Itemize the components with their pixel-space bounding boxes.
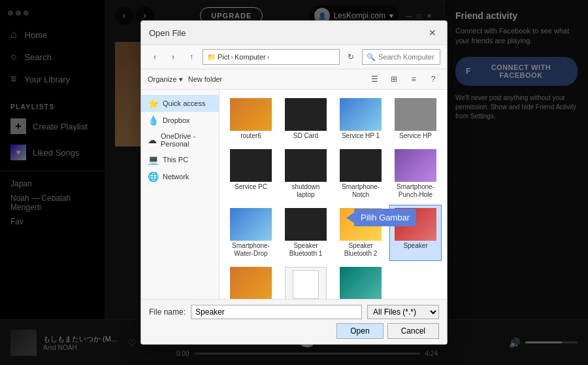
view-list-button[interactable]: ☰ (367, 72, 382, 86)
file-item-service-pc[interactable]: Service PC (225, 146, 277, 202)
onedrive-label: OneDrive - Personal (161, 132, 212, 148)
file-thumbnail (395, 149, 436, 182)
file-item-smartphone-punch-hole[interactable]: Smartphone-Punch-Hole (389, 146, 442, 202)
file-name-label: shutdown laptop (283, 183, 329, 199)
file-item-file15[interactable]: file15 (335, 264, 387, 299)
network-icon: 🌐 (148, 171, 159, 182)
file-item-speaker-bluetooth-1[interactable]: Speaker Bluetooth 1 (280, 205, 332, 261)
onedrive-icon: ☁ (148, 135, 157, 145)
dialog-titlebar: Open File ✕ (141, 21, 447, 45)
dialog-title: Open File (149, 28, 186, 38)
quick-access-label: Quick access (163, 99, 205, 107)
sidebar-quick-access[interactable]: ⭐ Quick access (141, 95, 219, 112)
file-name-label: Service PC (235, 183, 267, 191)
open-button[interactable]: Open (336, 323, 383, 339)
file-name-label: SD Card (293, 132, 318, 140)
search-box: 🔍 (362, 49, 440, 65)
this-pc-icon: 💻 (148, 154, 159, 165)
file-thumbnail (230, 208, 272, 241)
file-item-smartphone-notch[interactable]: Smartphone-Notch (335, 146, 387, 202)
file-item-file14[interactable]: file14 (280, 264, 332, 299)
tooltip-arrow (346, 213, 354, 223)
this-pc-label: This PC (163, 156, 188, 164)
filename-row: File name: All Files (*.*) (149, 305, 439, 319)
file-thumbnail (285, 267, 327, 299)
open-file-dialog: Open File ✕ ‹ › ↑ 📁 Pict › Komputer › ↻ … (140, 20, 448, 345)
dialog-overlay: Open File ✕ ‹ › ↑ 📁 Pict › Komputer › ↻ … (0, 0, 588, 365)
dropbox-label: Dropbox (163, 116, 190, 124)
file-item-file13[interactable]: file13 (225, 264, 277, 299)
file-item-shutdown-laptop[interactable]: shutdown laptop (280, 146, 332, 202)
dialog-forward-button[interactable]: › (166, 50, 180, 64)
breadcrumb-part1: Pict (218, 53, 229, 61)
file-thumbnail (285, 98, 327, 131)
dialog-back-button[interactable]: ‹ (148, 50, 162, 64)
file-item-smartphone-water-drop[interactable]: Smartphone-Water-Drop (225, 205, 277, 261)
search-input[interactable] (378, 53, 436, 61)
new-folder-button[interactable]: New folder (188, 75, 223, 83)
file-thumbnail (230, 149, 272, 182)
tooltip-container: Pilih Gambar (346, 209, 416, 226)
dialog-up-button[interactable]: ↑ (184, 50, 199, 64)
dialog-body: ⭐ Quick access 💧 Dropbox ☁ OneDrive - Pe… (141, 90, 447, 299)
file-thumbnail (340, 98, 382, 131)
organize-button[interactable]: Organize ▾ (148, 75, 183, 84)
dialog-bottom: File name: All Files (*.*) Open Cancel (141, 299, 447, 344)
sidebar-network[interactable]: 🌐 Network (141, 168, 219, 185)
dialog-actions: Open Cancel (149, 323, 439, 339)
view-details-button[interactable]: ≡ (406, 72, 421, 86)
help-button[interactable]: ? (426, 72, 440, 86)
breadcrumb[interactable]: 📁 Pict › Komputer › (203, 49, 340, 65)
file-item-service-hp-1[interactable]: Service HP 1 (335, 95, 387, 143)
file-thumbnail (230, 267, 272, 299)
file-name-label: Service HP (399, 132, 432, 140)
file-name-label: router6 (240, 132, 261, 140)
dialog-toolbar: ‹ › ↑ 📁 Pict › Komputer › ↻ 🔍 (141, 45, 447, 69)
sidebar-dropbox[interactable]: 💧 Dropbox (141, 112, 219, 129)
refresh-button[interactable]: ↻ (344, 50, 358, 64)
file-name-label: Speaker (403, 242, 427, 250)
file-thumbnail (230, 98, 272, 131)
file-name-label: Smartphone-Punch-Hole (393, 183, 438, 199)
app-container: ⌂ Home ○ Search ≡ Your Library PLAYLISTS… (0, 0, 588, 365)
view-grid-button[interactable]: ⊞ (387, 72, 401, 86)
file-name-label: Speaker Bluetooth 2 (338, 242, 384, 258)
file-name-label: Smartphone-Notch (338, 183, 384, 199)
file-item-router6[interactable]: router6 (225, 95, 277, 143)
sidebar-this-pc[interactable]: 💻 This PC (141, 151, 219, 168)
file-item-sd-card[interactable]: SD Card (280, 95, 332, 143)
file-thumbnail (395, 98, 436, 131)
file-thumbnail (340, 149, 382, 182)
filetype-select[interactable]: All Files (*.*) (367, 305, 439, 319)
search-icon-dialog: 🔍 (367, 53, 376, 61)
dialog-sidebar: ⭐ Quick access 💧 Dropbox ☁ OneDrive - Pe… (141, 90, 220, 299)
filename-label: File name: (149, 307, 186, 317)
breadcrumb-part2: Komputer (235, 53, 266, 61)
network-label: Network (163, 173, 189, 181)
dialog-close-button[interactable]: ✕ (426, 26, 439, 39)
file-thumbnail (285, 208, 327, 241)
quick-access-icon: ⭐ (148, 98, 159, 109)
file-name-label: Service HP 1 (342, 132, 380, 140)
dropbox-icon: 💧 (148, 115, 159, 126)
breadcrumb-folder-icon: 📁 (207, 53, 216, 61)
file-name-label: Speaker Bluetooth 1 (283, 242, 329, 258)
dialog-files-grid: router6SD CardService HP 1Service HPServ… (220, 90, 447, 299)
filename-input[interactable] (191, 305, 362, 319)
file-thumbnail (285, 149, 327, 182)
tooltip-label: Pilih Gambar (354, 209, 416, 226)
sidebar-onedrive[interactable]: ☁ OneDrive - Personal (141, 129, 219, 151)
file-item-service-hp[interactable]: Service HP (389, 95, 442, 143)
cancel-button[interactable]: Cancel (387, 323, 439, 339)
file-thumbnail (340, 267, 382, 299)
file-name-label: Smartphone-Water-Drop (228, 242, 274, 258)
